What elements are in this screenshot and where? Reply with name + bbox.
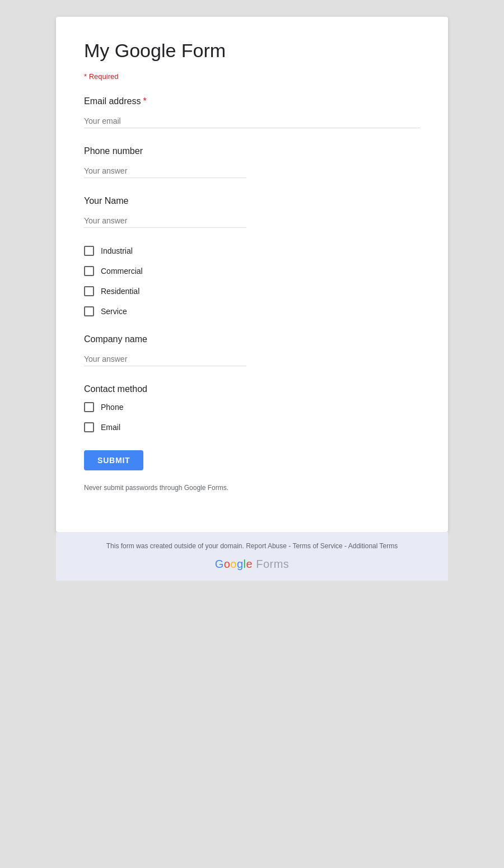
submit-section: SUBMIT Never submit passwords through Go… (84, 450, 420, 492)
contact-method-label: Contact method (84, 384, 420, 394)
company-section: Company name (84, 334, 420, 366)
checkbox-residential[interactable]: Residential (84, 286, 420, 296)
email-section: Email address * (84, 96, 420, 128)
checkbox-residential-input[interactable] (84, 286, 94, 296)
phone-section: Phone number (84, 146, 420, 178)
name-label: Your Name (84, 196, 420, 206)
checkbox-industrial-label: Industrial (101, 246, 133, 255)
checkbox-service[interactable]: Service (84, 306, 420, 316)
checkbox-commercial-label: Commercial (101, 267, 143, 276)
checkbox-commercial[interactable]: Commercial (84, 266, 420, 276)
additional-terms-link[interactable]: Additional Terms (348, 542, 398, 550)
checkbox-email-input[interactable] (84, 422, 94, 432)
submit-button[interactable]: SUBMIT (84, 450, 143, 470)
company-input[interactable] (84, 352, 246, 366)
checkbox-service-input[interactable] (84, 306, 94, 316)
terms-link[interactable]: Terms of Service (292, 542, 342, 550)
checkbox-commercial-input[interactable] (84, 266, 94, 276)
name-input[interactable] (84, 214, 246, 228)
contact-method-checkbox-group: Phone Email (84, 402, 420, 432)
required-star: * (143, 96, 146, 106)
email-label: Email address * (84, 96, 420, 106)
service-type-checkbox-group: Industrial Commercial Residential Servic… (84, 246, 420, 316)
checkbox-phone[interactable]: Phone (84, 402, 420, 412)
contact-method-section: Contact method Phone Email (84, 384, 420, 432)
checkbox-email[interactable]: Email (84, 422, 420, 432)
checkbox-email-label: Email (101, 423, 120, 432)
required-note: * Required (84, 72, 420, 81)
footer-bar: This form was created outside of your do… (56, 532, 448, 581)
form-card: My Google Form * Required Email address … (56, 17, 448, 532)
service-type-section: Industrial Commercial Residential Servic… (84, 246, 420, 316)
checkbox-industrial-input[interactable] (84, 246, 94, 256)
phone-input[interactable] (84, 164, 246, 178)
google-forms-branding: Google Forms (67, 558, 437, 571)
name-section: Your Name (84, 196, 420, 228)
checkbox-service-label: Service (101, 307, 127, 316)
email-input[interactable] (84, 114, 420, 128)
report-abuse-link[interactable]: Report Abuse (246, 542, 287, 550)
footer-text: This form was created outside of your do… (67, 542, 437, 550)
password-note: Never submit passwords through Google Fo… (84, 484, 420, 492)
form-title: My Google Form (84, 39, 420, 62)
checkbox-phone-input[interactable] (84, 402, 94, 412)
checkbox-phone-label: Phone (101, 403, 123, 412)
phone-label: Phone number (84, 146, 420, 156)
checkbox-residential-label: Residential (101, 287, 139, 296)
company-label: Company name (84, 334, 420, 344)
checkbox-industrial[interactable]: Industrial (84, 246, 420, 256)
